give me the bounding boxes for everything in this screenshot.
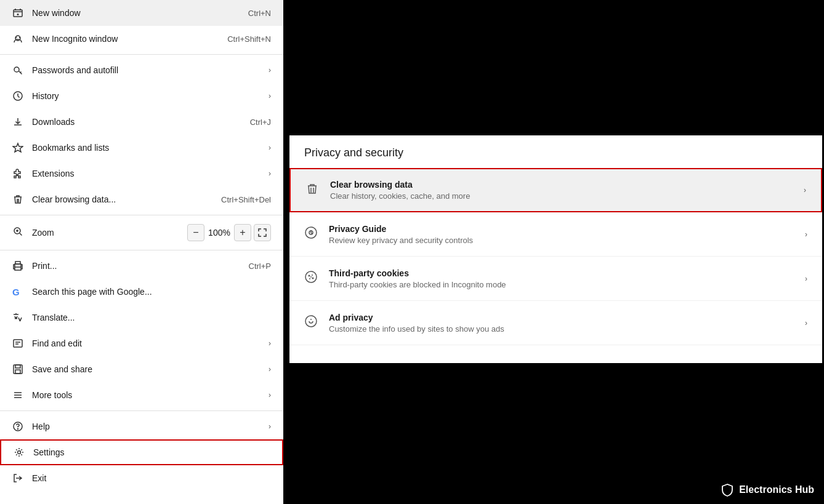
clear-data-desc: Clear history, cookies, cache, and more (330, 191, 804, 201)
menu-item-history[interactable]: History › (0, 83, 283, 109)
puzzle-icon (12, 168, 32, 179)
svg-rect-13 (15, 370, 20, 374)
incognito-shortcut: Ctrl+Shift+N (227, 34, 271, 44)
incognito-icon (12, 33, 32, 44)
svg-point-23 (309, 278, 310, 279)
menu-item-find-edit[interactable]: Find and edit › (0, 330, 283, 356)
svg-point-4 (14, 67, 19, 72)
menu-item-exit[interactable]: Exit (0, 465, 283, 491)
exit-icon (12, 473, 32, 484)
menu-item-clear-browsing[interactable]: Clear browsing data... Ctrl+Shift+Del (0, 186, 283, 212)
privacy-guide-arrow: › (805, 230, 807, 239)
menu-item-extensions[interactable]: Extensions › (0, 161, 283, 186)
clear-browsing-shortcut: Ctrl+Shift+Del (221, 195, 271, 204)
zoom-icon (12, 226, 32, 239)
svg-point-22 (312, 278, 314, 279)
cookie-icon (304, 270, 329, 287)
cookies-title: Third-party cookies (329, 268, 805, 278)
clear-data-icon (305, 182, 330, 199)
extensions-label: Extensions (32, 169, 264, 178)
key-icon (12, 65, 32, 76)
menu-item-search-google[interactable]: G Search this page with Google... (0, 279, 283, 305)
translate-icon (12, 312, 32, 323)
trash-icon (12, 194, 32, 205)
menu-item-help[interactable]: Help › (0, 414, 283, 439)
more-tools-label: More tools (32, 390, 264, 400)
menu-item-downloads[interactable]: Downloads Ctrl+J (0, 109, 283, 135)
more-tools-arrow: › (269, 391, 271, 399)
print-shortcut: Ctrl+P (249, 262, 271, 271)
privacy-panel-title: Privacy and security (289, 135, 822, 168)
passwords-label: Passwords and autofill (32, 65, 264, 75)
menu-item-save-share[interactable]: Save and share › (0, 356, 283, 382)
svg-point-2 (15, 37, 17, 38)
svg-point-3 (19, 37, 20, 38)
tools-icon (12, 390, 32, 401)
menu-item-settings[interactable]: Settings (0, 439, 283, 465)
ad-privacy-arrow: › (805, 319, 807, 327)
save-icon (12, 364, 32, 375)
svg-marker-6 (13, 143, 23, 152)
help-label: Help (32, 422, 264, 431)
star-icon (12, 142, 32, 153)
menu-item-passwords[interactable]: Passwords and autofill › (0, 57, 283, 83)
ad-privacy-icon (304, 314, 329, 331)
watermark-text: Electronics Hub (739, 484, 814, 495)
print-label: Print... (32, 261, 243, 271)
watermark: Electronics Hub (721, 483, 814, 497)
find-icon (12, 338, 32, 349)
zoom-controls: − 100% + (187, 224, 271, 241)
help-arrow: › (269, 422, 271, 431)
ad-privacy-text: Ad privacy Customize the info used by si… (329, 313, 805, 334)
privacy-item-guide[interactable]: Privacy Guide Review key privacy and sec… (289, 212, 822, 257)
svg-point-21 (312, 274, 313, 276)
svg-point-16 (18, 451, 21, 454)
svg-point-24 (310, 276, 312, 278)
passwords-arrow: › (269, 66, 271, 74)
menu-item-translate[interactable]: Translate... (0, 305, 283, 330)
find-edit-arrow: › (269, 339, 271, 348)
ad-privacy-title: Ad privacy (329, 313, 805, 322)
cookies-arrow: › (805, 274, 807, 283)
menu-item-more-tools[interactable]: More tools › (0, 382, 283, 408)
clear-browsing-label: Clear browsing data... (32, 194, 215, 204)
gear-icon (14, 447, 33, 458)
clock-icon (12, 90, 32, 102)
zoom-plus-button[interactable]: + (234, 224, 251, 241)
exit-label: Exit (32, 473, 271, 483)
help-icon (12, 421, 32, 432)
privacy-guide-desc: Review key privacy and security controls (329, 236, 805, 245)
svg-rect-0 (14, 10, 22, 17)
save-share-label: Save and share (32, 364, 264, 374)
bookmarks-label: Bookmarks and lists (32, 143, 264, 153)
divider-4 (0, 410, 283, 411)
privacy-item-clear-data[interactable]: Clear browsing data Clear history, cooki… (289, 168, 822, 212)
ad-privacy-desc: Customize the info used by sites to show… (329, 324, 805, 334)
zoom-minus-button[interactable]: − (187, 224, 204, 241)
search-google-label: Search this page with Google... (32, 287, 271, 297)
bookmarks-arrow: › (269, 143, 271, 152)
new-window-label: New window (32, 8, 242, 18)
svg-rect-10 (14, 340, 22, 347)
zoom-label: Zoom (32, 228, 187, 238)
clear-data-arrow: › (804, 186, 806, 194)
context-menu: New window Ctrl+N New Incognito window C… (0, 0, 283, 504)
privacy-item-cookies[interactable]: Third-party cookies Third-party cookies … (289, 257, 822, 301)
find-edit-label: Find and edit (32, 338, 264, 348)
downloads-label: Downloads (32, 117, 244, 127)
save-share-arrow: › (269, 365, 271, 374)
settings-label: Settings (33, 447, 270, 457)
google-icon: G (12, 287, 32, 297)
svg-point-15 (18, 429, 18, 430)
svg-rect-9 (15, 262, 20, 264)
menu-item-incognito[interactable]: New Incognito window Ctrl+Shift+N (0, 26, 283, 52)
zoom-fullscreen-button[interactable] (254, 224, 271, 241)
svg-rect-11 (14, 365, 22, 374)
watermark-shield-icon (721, 483, 734, 497)
zoom-value: 100% (207, 228, 232, 238)
menu-item-bookmarks[interactable]: Bookmarks and lists › (0, 135, 283, 161)
privacy-guide-title: Privacy Guide (329, 224, 805, 234)
menu-item-print[interactable]: Print... Ctrl+P (0, 253, 283, 279)
privacy-item-ad-privacy[interactable]: Ad privacy Customize the info used by si… (289, 301, 822, 345)
menu-item-new-window[interactable]: New window Ctrl+N (0, 0, 283, 26)
